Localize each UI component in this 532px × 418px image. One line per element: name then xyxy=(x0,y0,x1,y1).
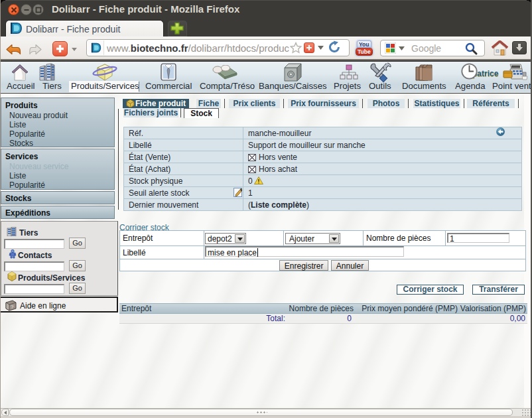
svg-text:?: ? xyxy=(11,304,14,310)
